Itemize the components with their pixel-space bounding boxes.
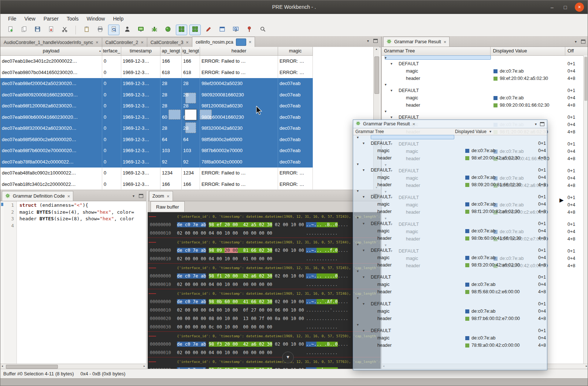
tree-row[interactable]: header78:f8:a0:00:42:c0:00:004+8 (353, 342, 547, 349)
hex-row[interactable]: 0000001002 00 00 00 04 00 10 00 00 00 00… (148, 349, 381, 357)
chevron-down-icon[interactable]: ▾ (391, 60, 392, 67)
tree-row[interactable]: magicde:c0:7e:ab0+4 (382, 94, 584, 102)
code-line[interactable] (19, 223, 146, 229)
hex-dump-view[interactable]: {'interface_id': 0, 'timestamp': datetim… (148, 212, 381, 369)
zoom-tool-button[interactable] (230, 25, 241, 35)
grammar-parse-result-tab[interactable]: Grammar Parse Result × (383, 37, 450, 47)
code-horizontal-scrollbar[interactable]: ◂ ▸ (0, 364, 146, 369)
chevron-down-icon[interactable]: ▾ (357, 322, 359, 327)
search-button[interactable] (257, 25, 269, 35)
chevron-down-icon[interactable]: ▾ (363, 166, 365, 174)
tree-row[interactable]: ▾ (382, 109, 584, 114)
close-icon[interactable]: × (96, 40, 99, 45)
title-bar[interactable]: PRE Workbench - . – □ × (0, 0, 588, 14)
annotate-button[interactable] (203, 25, 214, 35)
hex-row[interactable]: 00000000de c0 7e ab 98 f1 20 00 82 a6 02… (148, 272, 381, 280)
bookmark-button[interactable] (244, 25, 255, 35)
table-row[interactable]: dec07eab78f8a00042c0000022…01969-12-3…92… (0, 157, 313, 168)
hex-row[interactable]: 00000000de c0 7e ab 98 ef 20 00 42 a5 02… (148, 221, 381, 229)
hex-row[interactable]: 00000000de c0 7e ab 98 f3 20 00 42 a6 02… (148, 340, 381, 349)
chevron-down-icon[interactable]: ▾ (391, 87, 392, 94)
new-file-button[interactable] (5, 25, 16, 35)
scroll-up-icon[interactable]: ▴ (374, 47, 379, 51)
tree-row[interactable]: ▾ (353, 295, 547, 300)
tree-row[interactable]: ▾ (353, 162, 547, 166)
grammar-definition-tab[interactable]: Grammar Definition Code × (2, 191, 73, 201)
find-in-file-button[interactable] (108, 25, 119, 35)
chevron-down-icon[interactable]: ▾ (385, 55, 387, 60)
tree-row[interactable]: header98:09:20:00:81:66:02:304+8 (382, 102, 584, 109)
tree-row[interactable]: ▾DEFAULT0+1 (382, 60, 584, 67)
debug-grammar-button[interactable] (149, 25, 160, 35)
table-row[interactable]: dec07eab18ec3401c2c20000022…01969-12-3…1… (0, 56, 313, 67)
tree-column-header[interactable]: Displayed Value (491, 47, 565, 55)
tree-row[interactable]: ▾ (353, 269, 547, 273)
column-header-timestamp[interactable]: timestamp (121, 47, 160, 55)
tree-row[interactable]: ▾ (353, 215, 547, 220)
tree-row[interactable]: magicde:c0:7e:ab0+4 (353, 227, 547, 235)
save-button[interactable] (32, 25, 43, 35)
code-line[interactable]: magic BYTES(size=(4), show="hex", color= (19, 209, 146, 216)
sort-dropdown-icon[interactable]: ▾ (489, 128, 491, 135)
chevron-down-icon[interactable]: ▾ (363, 140, 365, 147)
tree-row[interactable]: magicde:c0:7e:ab0+4 (353, 308, 547, 315)
hex-row[interactable]: 0000001002 00 00 00 04 00 10 00 0f 27 00… (148, 306, 381, 315)
close-icon[interactable]: × (413, 121, 415, 127)
chevron-down-icon[interactable]: ▾ (363, 193, 365, 201)
hex-row[interactable]: 00000000de c0 7e ab 98 0b 60 00 41 66 02… (148, 298, 381, 306)
cut-button[interactable] (59, 25, 70, 35)
tree-row[interactable]: ▾DEFAULT0+1 (353, 300, 547, 308)
tree-row[interactable]: ▾DEFAULT0+1 (353, 220, 547, 227)
hex-row[interactable]: 00000000de c0 7e ab 98 09 20 00 81 66 02… (148, 246, 381, 255)
tree-row[interactable]: header98:f7:b6:00:02:e7:00:004+8 (353, 315, 547, 322)
code-scroll-thumb[interactable] (6, 365, 58, 369)
table-row[interactable]: dec07eab9807bc0441650230020…01969-12-3…6… (0, 67, 313, 78)
tree-row[interactable]: ▾ (353, 188, 547, 193)
run-button[interactable] (162, 25, 174, 35)
tree-scroll-thumb[interactable] (584, 57, 587, 101)
hex-row[interactable]: 0000001002 00 00 00 04 00 10 00 01 00 00… (148, 255, 381, 263)
print-button[interactable] (95, 25, 106, 35)
chevron-down-icon[interactable]: ▾ (357, 135, 359, 140)
close-icon[interactable]: × (141, 40, 144, 45)
column-header-magic[interactable]: magic (278, 47, 313, 55)
tree-row[interactable]: ▾DEFAULT0+1 (353, 166, 547, 174)
tree-row[interactable]: ▾DEFAULT0+1 (353, 247, 547, 254)
column-header-terface[interactable]: terface_ (102, 47, 121, 55)
column-header-header[interactable]: header (200, 47, 278, 55)
tree-row[interactable]: header98:f5:68:00:c2:e6:00:004+8 (353, 288, 547, 295)
float-panel-icon[interactable] (540, 122, 544, 126)
tree-row[interactable]: header98:09:20:00:81:66:02:304+8 (353, 181, 547, 188)
tab-list-dropdown-icon[interactable]: ▾ (367, 39, 369, 43)
table-row[interactable]: dec07eab98f3200042a60230020…01969-12-3…2… (0, 123, 313, 134)
tree-row[interactable]: ▾DEFAULT0+1 (353, 273, 547, 281)
close-icon[interactable]: × (67, 194, 70, 199)
scroll-right-icon[interactable]: ▸ (144, 364, 145, 368)
hex-row[interactable]: 0000001002 00 00 00 04 00 10 00 00 00 00… (148, 280, 381, 289)
tree-row[interactable]: magicde:c0:7e:ab0+4 (353, 147, 547, 154)
tree-row[interactable]: ▾DEFAULT0+1 (353, 140, 547, 147)
chevron-down-icon[interactable]: ▾ (357, 215, 359, 220)
chevron-down-icon[interactable]: ▾ (357, 162, 359, 166)
chevron-down-icon[interactable]: ▾ (363, 247, 365, 254)
code-line[interactable]: header BYTES(size=(8), show="hex", color (19, 216, 146, 223)
capture-button[interactable] (135, 25, 147, 35)
tab-callcontroller_3[interactable]: CallController_3× (147, 37, 192, 47)
hex-row[interactable]: 0000002000 00 00 00 08 00 10 00 13 00 7f… (148, 315, 381, 323)
tree-row[interactable]: magicde:c0:7e:ab0+4 (353, 334, 547, 342)
raw-buffer-tab[interactable]: Raw buffer (151, 201, 185, 212)
table-row[interactable]: dec07eab48fa8c0902c10000022…01969-12-3…1… (0, 168, 313, 179)
tree-row[interactable]: header98:ef:20:00:42:a5:02:304+8 (382, 75, 584, 82)
float-panel-icon[interactable] (139, 194, 143, 198)
table-scroll-thumb[interactable] (374, 56, 379, 94)
close-icon[interactable]: × (249, 39, 252, 45)
tree-row[interactable]: ▾ (353, 242, 547, 247)
grid-view-button[interactable] (176, 25, 187, 35)
table-row[interactable]: dec07eab98f56800c2e60000020…01969-12-3…6… (0, 134, 313, 146)
tree-column-header[interactable]: Displayed Value (455, 128, 487, 135)
table-row[interactable]: dec07eab98f7b60002e70000020…01969-12-3…1… (0, 145, 313, 157)
chevron-down-icon[interactable]: ▾ (363, 300, 365, 308)
chevron-down-icon[interactable]: ▾ (385, 82, 387, 87)
tree-row[interactable]: magicde:c0:7e:ab0+4 (353, 174, 547, 181)
column-header-aplengt[interactable]: ap_lengt (160, 47, 182, 55)
